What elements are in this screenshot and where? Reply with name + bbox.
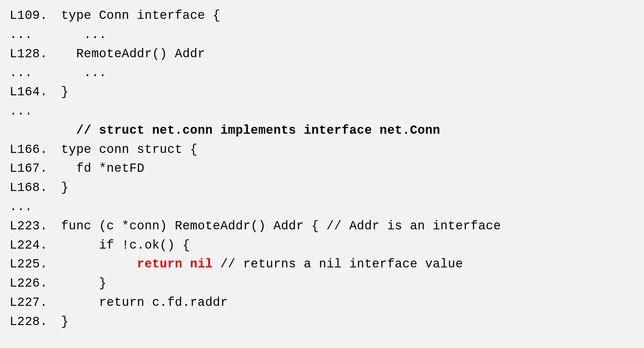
code-content: type Conn interface { xyxy=(61,9,220,23)
code-line: L167. fd *netFD xyxy=(10,159,634,178)
code-segment: ... xyxy=(61,66,107,80)
code-segment: fd *netFD xyxy=(61,161,144,176)
code-line: L227. return c.fd.raddr xyxy=(10,293,634,312)
code-line: ... xyxy=(10,197,634,217)
line-number: L224. xyxy=(10,236,61,255)
code-content: if !c.ok() { xyxy=(61,238,190,252)
code-segment: RemoteAddr() Addr xyxy=(61,47,205,61)
code-line: L225. return nil // returns a nil interf… xyxy=(10,255,634,274)
code-content: ... xyxy=(61,28,107,42)
code-line: L168.} xyxy=(10,178,634,197)
code-listing: L109.type Conn interface {... ...L128. R… xyxy=(0,0,644,338)
line-number: L166. xyxy=(10,140,61,159)
code-content: RemoteAddr() Addr xyxy=(61,47,205,61)
code-content: } xyxy=(61,181,69,195)
code-line: // struct net.conn implements interface … xyxy=(10,121,634,140)
code-segment: type Conn interface { xyxy=(61,9,220,23)
code-line: ... ... xyxy=(10,63,634,83)
code-line: L128. RemoteAddr() Addr xyxy=(10,45,634,64)
code-line: L223.func (c *conn) RemoteAddr() Addr { … xyxy=(10,217,634,236)
code-line: ... xyxy=(10,102,634,121)
code-segment: if !c.ok() { xyxy=(61,238,190,252)
code-line: L109.type Conn interface { xyxy=(10,6,634,25)
line-number: L225. xyxy=(10,255,61,274)
code-content: // struct net.conn implements interface … xyxy=(61,123,440,137)
code-content: ... xyxy=(61,66,107,80)
code-line: ... ... xyxy=(10,25,634,45)
line-number: L128. xyxy=(10,45,61,64)
code-line: L228.} xyxy=(10,312,634,332)
code-segment: func (c *conn) RemoteAddr() Addr { // Ad… xyxy=(61,219,501,233)
line-number: L223. xyxy=(10,217,61,236)
code-segment: return c.fd.raddr xyxy=(61,296,228,310)
line-number: L227. xyxy=(10,293,61,312)
line-number: ... xyxy=(10,63,61,83)
code-content: } xyxy=(61,85,69,99)
line-number: ... xyxy=(10,102,61,121)
code-segment: type conn struct { xyxy=(61,143,198,157)
code-segment: ... xyxy=(61,28,107,42)
code-content: fd *netFD xyxy=(61,161,144,176)
code-segment xyxy=(61,257,137,271)
line-number: ... xyxy=(10,25,61,45)
code-content: } xyxy=(61,315,69,329)
line-number: ... xyxy=(10,197,61,217)
line-number: L168. xyxy=(10,178,61,197)
code-segment: } xyxy=(61,315,69,329)
code-line: L164.} xyxy=(10,83,634,102)
line-number: L167. xyxy=(10,159,61,178)
code-segment: // returns a nil interface value xyxy=(213,257,463,271)
code-segment: return nil xyxy=(137,257,213,271)
code-segment: } xyxy=(61,85,69,99)
code-segment: } xyxy=(61,276,107,290)
code-line: L224. if !c.ok() { xyxy=(10,236,634,255)
line-number: L164. xyxy=(10,83,61,102)
line-number: L226. xyxy=(10,274,61,293)
code-content: func (c *conn) RemoteAddr() Addr { // Ad… xyxy=(61,219,501,233)
code-content: return c.fd.raddr xyxy=(61,296,228,310)
code-line: L226. } xyxy=(10,274,634,293)
code-segment: // xyxy=(61,123,99,137)
code-segment: } xyxy=(61,181,69,195)
code-content: return nil // returns a nil interface va… xyxy=(61,257,463,271)
line-number: L228. xyxy=(10,312,61,332)
code-line: L166.type conn struct { xyxy=(10,140,634,159)
line-number: L109. xyxy=(10,6,61,25)
code-content: } xyxy=(61,276,107,290)
code-segment: struct net.conn implements interface net… xyxy=(99,123,441,137)
code-content: type conn struct { xyxy=(61,143,198,157)
